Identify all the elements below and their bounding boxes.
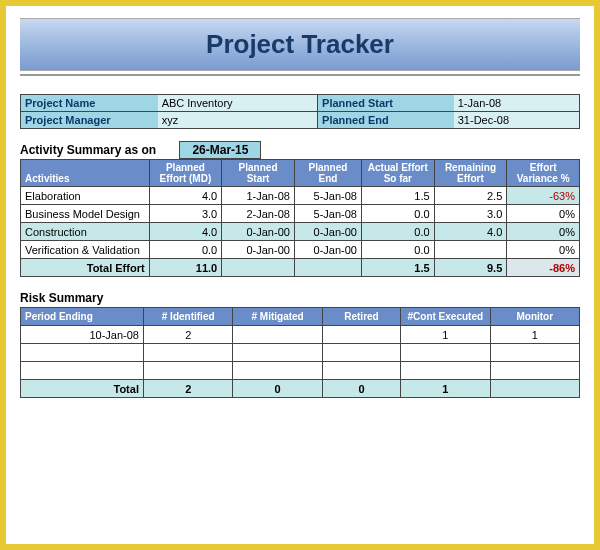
col-retired: Retired [322,308,400,326]
col-identified: # Identified [143,308,232,326]
title-separator [20,74,580,76]
planned-start-label: Planned Start [317,95,454,112]
risk-row [21,362,580,380]
col-variance: Effort Variance % [507,160,580,187]
activity-heading-text: Activity Summary as on [20,143,156,157]
col-planned-end: Planned End [294,160,361,187]
col-mitigated: # Mitigated [233,308,322,326]
risk-row: 10-Jan-08 2 1 1 [21,326,580,344]
planned-start-value: 1-Jan-08 [454,95,579,112]
project-name-label: Project Name [21,95,158,112]
project-info-grid: Project Name ABC Inventory Planned Start… [20,94,580,129]
project-manager-value: xyz [158,112,317,128]
col-monitor: Monitor [490,308,579,326]
col-activities: Activities [21,160,150,187]
activity-row: Elaboration 4.0 1-Jan-08 5-Jan-08 1.5 2.… [21,187,580,205]
activity-total-row: Total Effort 11.0 1.5 9.5 -86% [21,259,580,277]
activity-row: Verification & Validation 0.0 0-Jan-00 0… [21,241,580,259]
page-title: Project Tracker [20,18,580,71]
planned-end-label: Planned End [317,112,454,128]
risk-row [21,344,580,362]
activity-summary-heading: Activity Summary as on 26-Mar-15 [20,143,580,157]
risk-summary-heading: Risk Summary [20,291,580,305]
planned-end-value: 31-Dec-08 [454,112,579,128]
risk-total-row: Total 2 0 0 1 [21,380,580,398]
activity-row: Business Model Design 3.0 2-Jan-08 5-Jan… [21,205,580,223]
col-planned-effort: Planned Effort (MD) [149,160,222,187]
col-actual-effort: Actual Effort So far [361,160,434,187]
project-name-value: ABC Inventory [158,95,317,112]
risk-table: Period Ending # Identified # Mitigated R… [20,307,580,398]
col-cont: #Cont Executed [401,308,490,326]
activity-header-row: Activities Planned Effort (MD) Planned S… [21,160,580,187]
activity-as-on-date: 26-Mar-15 [179,141,261,159]
activity-table: Activities Planned Effort (MD) Planned S… [20,159,580,277]
col-period: Period Ending [21,308,144,326]
activity-row: Construction 4.0 0-Jan-00 0-Jan-00 0.0 4… [21,223,580,241]
col-remaining-effort: Remaining Effort [434,160,507,187]
project-manager-label: Project Manager [21,112,158,128]
col-planned-start: Planned Start [222,160,295,187]
risk-header-row: Period Ending # Identified # Mitigated R… [21,308,580,326]
